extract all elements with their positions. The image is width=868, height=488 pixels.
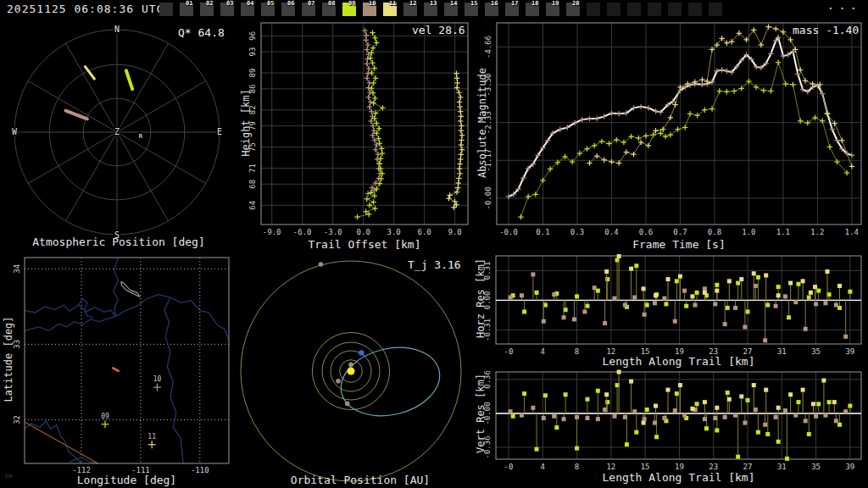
station-number: 12 — [409, 0, 416, 7]
svg-text:-0.0: -0.0 — [499, 228, 518, 236]
ground-track-streak — [112, 368, 119, 371]
map-station-09: 09 — [101, 413, 109, 429]
map-station-10: 10 — [153, 375, 162, 391]
ground-map-plot: 091011-112-111-110343332 — [13, 258, 229, 474]
vert-res-axis-label: Vert Res [km] — [475, 363, 487, 464]
vert-res-chart: -04812151923273135390.36-0.00-0.36 — [483, 370, 861, 472]
meteoroid-orbit-ellipse — [334, 338, 447, 425]
svg-text:6.0: 6.0 — [418, 228, 431, 236]
station-button-07[interactable]: 07 — [302, 3, 315, 16]
station-button-05[interactable]: 05 — [261, 3, 275, 16]
station-number: 17 — [511, 0, 518, 7]
station-blank-button[interactable] — [159, 3, 173, 16]
station-number: 19 — [552, 0, 559, 7]
vert-res-chart-series-11 — [604, 370, 837, 425]
svg-text:96: 96 — [248, 31, 257, 41]
station-extra-button[interactable] — [668, 3, 682, 16]
planet-dot — [336, 379, 341, 384]
app-window: -9.0-6.0-3.00.03.06.09.09693898682797571… — [0, 0, 868, 488]
magnitude-chart-series-11 — [587, 24, 854, 169]
station-button-14[interactable]: 14 — [444, 3, 458, 16]
station-button-08[interactable]: 08 — [322, 3, 336, 16]
q-star-annotation: Q* 64.8 — [178, 26, 225, 39]
station-button-01[interactable]: 01 — [180, 3, 193, 16]
height-axis-label: Height [km] — [240, 72, 252, 174]
svg-text:32: 32 — [13, 415, 21, 424]
svg-text:35: 35 — [811, 463, 821, 471]
svg-text:-3.0: -3.0 — [324, 228, 342, 236]
svg-text:27: 27 — [743, 463, 753, 471]
svg-text:0.7: 0.7 — [673, 228, 687, 236]
station-number: 03 — [226, 0, 233, 7]
magnitude-chart-series-09 — [518, 60, 849, 220]
station-extra-button[interactable] — [607, 3, 620, 16]
map-station-11: 11 — [147, 433, 156, 449]
svg-text:68: 68 — [248, 180, 257, 189]
station-button-09[interactable]: 09 — [342, 3, 356, 16]
station-button-06[interactable]: 06 — [281, 3, 295, 16]
station-button-12[interactable]: 12 — [403, 3, 417, 16]
station-number: 02 — [206, 0, 213, 7]
svg-text:09: 09 — [101, 413, 109, 420]
station-number: 04 — [247, 0, 253, 7]
svg-text:-0: -0 — [504, 463, 514, 471]
station-number: 09 — [348, 0, 355, 7]
overflow-menu-button[interactable]: ... — [827, 0, 861, 12]
station-button-11[interactable]: 11 — [383, 3, 397, 16]
svg-text:1.1: 1.1 — [776, 228, 790, 236]
station-button-15[interactable]: 15 — [465, 3, 478, 16]
planet-dot — [348, 363, 353, 368]
svg-text:39: 39 — [845, 463, 854, 471]
svg-text:E: E — [217, 127, 222, 136]
atmospheric-polar-plot: NSEWZR — [12, 25, 222, 240]
timestamp: 20251125 06:08:36 UTC — [7, 3, 164, 15]
magnitude-chart: -0.00.10.30.40.60.70.81.01.11.21.4-0.00-… — [484, 23, 861, 236]
earth-dot — [359, 350, 364, 355]
station-number: 16 — [491, 0, 498, 7]
station-button-17[interactable]: 17 — [505, 3, 519, 16]
svg-text:64: 64 — [248, 201, 257, 210]
station-button-03[interactable]: 03 — [220, 3, 234, 16]
station-extra-button[interactable] — [648, 3, 661, 16]
svg-text:3.0: 3.0 — [387, 228, 401, 236]
svg-text:R: R — [139, 133, 143, 140]
lake-outline — [121, 281, 140, 297]
svg-text:9.0: 9.0 — [448, 228, 462, 236]
vert-res-chart-series-09 — [511, 383, 853, 461]
svg-text:10: 10 — [153, 375, 162, 383]
svg-text:8: 8 — [575, 463, 579, 471]
station-button-18[interactable]: 18 — [526, 3, 539, 16]
svg-text:34: 34 — [13, 264, 21, 274]
svg-text:11: 11 — [147, 433, 156, 441]
svg-text:1.2: 1.2 — [810, 228, 824, 236]
station-extra-button[interactable] — [688, 3, 702, 16]
watermark: GW — [5, 473, 12, 480]
svg-text:0.0: 0.0 — [357, 228, 370, 236]
station-button-04[interactable]: 04 — [241, 3, 254, 16]
horz-res-axis-label: Horz Res [km] — [475, 247, 487, 349]
station-extra-button[interactable] — [627, 3, 641, 16]
station-button-19[interactable]: 19 — [546, 3, 559, 16]
svg-text:23: 23 — [709, 463, 718, 471]
station-number: 08 — [328, 0, 335, 7]
station-number: 06 — [287, 0, 294, 7]
station-extra-button[interactable] — [587, 3, 600, 16]
station-button-02[interactable]: 02 — [200, 3, 214, 16]
station-button-16[interactable]: 16 — [485, 3, 498, 16]
latitude-axis-label: Latitude [deg] — [3, 304, 14, 414]
svg-text:0.3: 0.3 — [570, 228, 584, 236]
trail-offset-chart: -9.0-6.0-3.00.03.06.09.09693898682797571… — [248, 23, 468, 236]
svg-text:1.4: 1.4 — [845, 228, 859, 236]
planet-dot — [345, 402, 350, 407]
station-extra-button[interactable] — [709, 3, 722, 16]
svg-text:31: 31 — [777, 463, 787, 471]
svg-text:12: 12 — [606, 463, 615, 471]
vert-res-chart-series-10 — [509, 406, 849, 427]
meteor-trail-09 — [126, 70, 132, 89]
station-button-13[interactable]: 13 — [424, 3, 437, 16]
horz-res-chart: -04812151923273135390.310.00-0.31 — [483, 254, 861, 356]
svg-text:1.0: 1.0 — [742, 228, 755, 236]
svg-text:0.1: 0.1 — [536, 228, 549, 236]
station-button-20[interactable]: 20 — [566, 3, 580, 16]
station-button-10[interactable]: 10 — [363, 3, 376, 16]
